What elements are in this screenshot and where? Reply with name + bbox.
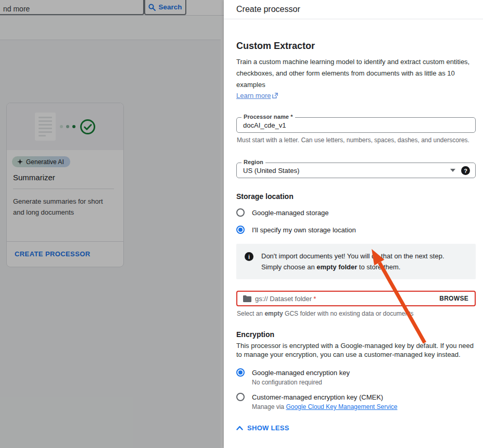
- region-value: US (United States): [243, 167, 299, 175]
- processor-name-helper: Must start with a letter. Can use letter…: [237, 136, 476, 144]
- info-icon: i: [245, 252, 253, 261]
- radio-selected-icon[interactable]: [236, 368, 245, 377]
- chevron-up-icon: [236, 426, 243, 430]
- storage-option-own-location[interactable]: I'll specify my own storage location: [236, 225, 476, 235]
- learn-more-link[interactable]: Learn more: [236, 92, 278, 99]
- radio-unselected-icon[interactable]: [236, 393, 245, 401]
- processor-name-label: Processor name *: [242, 114, 295, 120]
- show-less-toggle[interactable]: SHOW LESS: [236, 424, 289, 432]
- encryption-option-google[interactable]: Google-managed encryption key: [236, 367, 476, 378]
- folder-icon: [243, 295, 251, 302]
- encryption-heading: Encryption: [236, 330, 476, 339]
- modal-scrim[interactable]: [0, 0, 224, 448]
- required-asterisk: *: [313, 295, 316, 303]
- processor-type-heading: Custom Extractor: [236, 41, 476, 52]
- storage-location-heading: Storage location: [236, 192, 476, 201]
- storage-option-label: I'll specify my own storage location: [252, 226, 356, 234]
- learn-more-label: Learn more: [236, 92, 271, 99]
- info-banner-text: Don't import documents yet! You will do …: [261, 251, 460, 272]
- processor-name-value: docAI_cde_v1: [243, 121, 286, 129]
- region-label: Region: [242, 159, 265, 165]
- radio-unselected-icon[interactable]: [236, 208, 245, 217]
- dataset-folder-placeholder: gs:// Dataset folder: [255, 295, 312, 303]
- processor-type-description: Train a custom machine learning model to…: [236, 56, 476, 91]
- storage-option-google-managed[interactable]: Google-managed storage: [236, 207, 476, 218]
- encryption-option-sub: No configuration required: [252, 379, 476, 386]
- radio-selected-icon[interactable]: [236, 226, 245, 234]
- info-banner: i Don't import documents yet! You will d…: [236, 244, 476, 279]
- kms-link[interactable]: Google Cloud Key Management Service: [286, 403, 397, 410]
- storage-option-label: Google-managed storage: [252, 209, 328, 217]
- dataset-folder-helper: Select an empty GCS folder with no exist…: [237, 310, 476, 317]
- encryption-option-cmek[interactable]: Customer-managed encryption key (CMEK): [236, 392, 476, 402]
- region-help-icon[interactable]: ?: [461, 166, 470, 175]
- chevron-down-icon: [450, 169, 455, 172]
- encryption-option-label: Google-managed encryption key: [252, 369, 350, 377]
- external-link-icon: [272, 93, 278, 98]
- create-processor-panel: Create processor Custom Extractor Train …: [224, 0, 483, 448]
- encryption-description: This processor is encrypted with a Googl…: [236, 341, 476, 359]
- panel-title: Create processor: [224, 0, 483, 19]
- browse-button[interactable]: BROWSE: [439, 295, 468, 302]
- encryption-cmek-sub: Manage via Google Cloud Key Management S…: [252, 403, 476, 410]
- dataset-folder-field[interactable]: gs:// Dataset folder * BROWSE: [236, 291, 476, 306]
- show-less-label: SHOW LESS: [247, 424, 289, 432]
- processor-name-field[interactable]: Processor name * docAI_cde_v1: [236, 117, 476, 133]
- region-select[interactable]: Region US (United States) ?: [236, 163, 476, 178]
- encryption-option-label: Customer-managed encryption key (CMEK): [252, 393, 383, 401]
